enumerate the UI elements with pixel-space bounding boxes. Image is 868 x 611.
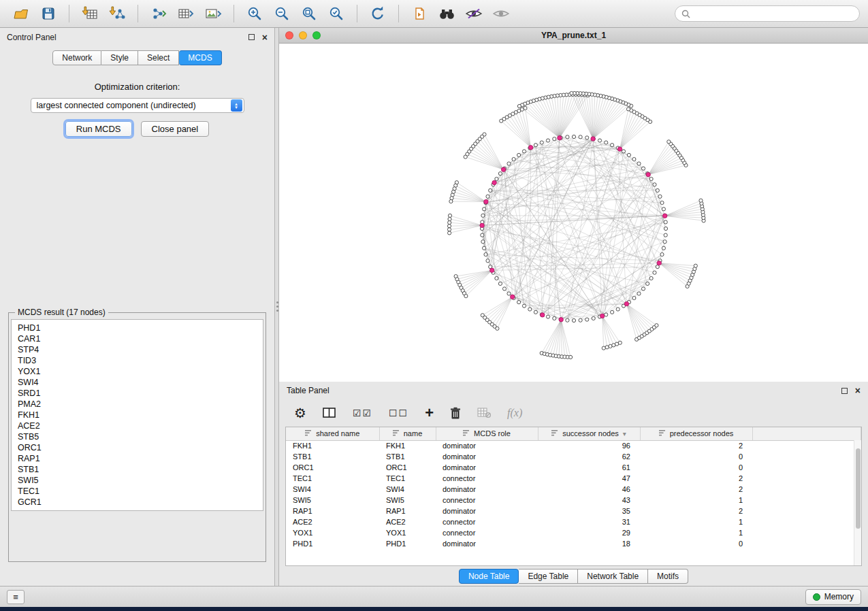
scrollbar-thumb[interactable] [856, 448, 861, 529]
hide-selected-button[interactable] [461, 3, 487, 24]
stepper-down-icon: ▾ [235, 105, 238, 109]
table-tab-network-table[interactable]: Network Table [578, 569, 648, 584]
search-network-button[interactable] [434, 3, 460, 24]
columns-icon[interactable] [323, 408, 336, 418]
node-table-header-row: shared namenameMCDS rolesuccessor nodes▾… [286, 427, 861, 440]
search-input[interactable] [694, 9, 853, 18]
export-table-icon [178, 6, 194, 21]
zoom-fit-button[interactable] [296, 3, 322, 24]
result-item[interactable]: PMA2 [18, 399, 257, 410]
column-header-successor-nodes[interactable]: successor nodes▾ [538, 427, 640, 440]
table-row[interactable]: RAP1RAP1dominator352 [286, 506, 861, 516]
tab-network[interactable]: Network [52, 50, 101, 65]
tab-select[interactable]: Select [138, 50, 179, 65]
table-row[interactable]: YOX1YOX1connector291 [286, 527, 861, 538]
control-panel-tabs: NetworkStyleSelectMCDS [0, 50, 274, 65]
optimization-dropdown[interactable]: largest connected component (undirected)… [31, 98, 244, 113]
result-item[interactable]: TEC1 [18, 486, 257, 497]
refresh-button[interactable] [365, 3, 391, 24]
table-row[interactable]: SWI5SWI5connector431 [286, 495, 861, 506]
tab-mcds[interactable]: MCDS [179, 50, 221, 65]
run-mcds-button[interactable]: Run MCDS [65, 121, 132, 137]
network-window-titlebar[interactable]: YPA_prune.txt_1 [279, 28, 868, 44]
zoom-in-button[interactable] [242, 3, 268, 24]
zoom-selected-button[interactable] [323, 3, 349, 24]
menu-button[interactable]: ≡ [7, 590, 25, 604]
close-panel-icon[interactable]: × [262, 33, 268, 42]
save-button[interactable] [35, 3, 61, 24]
maximize-window-icon[interactable] [312, 31, 321, 39]
column-header-shared-name[interactable]: shared name [286, 427, 379, 440]
table-row[interactable]: SWI4SWI4dominator462 [286, 484, 861, 495]
table-row[interactable]: FKH1FKH1dominator962 [286, 440, 861, 451]
network-window: YPA_prune.txt_1 [279, 28, 868, 382]
table-row[interactable]: TEC1TEC1connector472 [286, 473, 861, 484]
binoculars-icon [438, 7, 456, 20]
memory-button[interactable]: Memory [805, 589, 861, 605]
result-item[interactable]: PHD1 [18, 323, 257, 333]
result-item[interactable]: SRD1 [18, 388, 257, 399]
gear-icon[interactable]: ⚙ [294, 405, 306, 421]
float-table-panel-icon[interactable] [841, 388, 848, 394]
result-item[interactable]: CAR1 [18, 333, 257, 344]
status-bar: ≡ Memory [0, 586, 868, 607]
close-panel-button[interactable]: Close panel [141, 121, 210, 137]
zoom-out-button[interactable] [269, 3, 295, 24]
export-image-button[interactable] [200, 3, 226, 24]
panel-divider[interactable] [274, 28, 279, 586]
result-item[interactable]: RAP1 [18, 453, 257, 464]
result-item[interactable]: YOX1 [18, 366, 257, 377]
optimization-label: Optimization criterion: [0, 82, 274, 92]
table-tab-edge-table[interactable]: Edge Table [519, 569, 578, 584]
float-panel-icon[interactable] [248, 34, 255, 40]
table-panel-title: Table Panel [287, 386, 329, 395]
delete-table-icon [477, 408, 491, 418]
table-row[interactable]: ACE2ACE2connector311 [286, 516, 861, 527]
select-all-icon[interactable]: ☑☑ [353, 408, 372, 418]
close-table-panel-icon[interactable]: × [855, 386, 861, 395]
table-row[interactable]: PHD1PHD1dominator180 [286, 538, 861, 549]
search-box[interactable] [675, 5, 860, 22]
deselect-all-icon[interactable]: ☐☐ [389, 408, 408, 418]
open-folder-button[interactable] [8, 3, 34, 24]
filler-cell [752, 440, 861, 451]
mcds-result-list[interactable]: PHD1CAR1STP4TID3YOX1SWI4SRD1PMA2FKH1ACE2… [11, 319, 263, 511]
import-network-button[interactable] [104, 3, 130, 24]
result-item[interactable]: STB5 [18, 431, 257, 442]
clone-network-button[interactable] [406, 3, 432, 24]
filler-cell [752, 516, 861, 527]
result-item[interactable]: STP4 [18, 344, 257, 355]
successor-nodes-cell: 61 [538, 462, 640, 473]
column-header-predecessor-nodes[interactable]: predecessor nodes [640, 427, 752, 440]
result-item[interactable]: SWI4 [18, 377, 257, 388]
table-row[interactable]: STB1STB1dominator620 [286, 451, 861, 462]
network-canvas[interactable] [279, 44, 868, 382]
result-item[interactable]: STB1 [18, 464, 257, 475]
minimize-window-icon[interactable] [299, 31, 307, 39]
table-scrollbar[interactable] [854, 440, 861, 565]
export-network-button[interactable] [146, 3, 172, 24]
table-tab-motifs[interactable]: Motifs [648, 569, 688, 584]
export-table-button[interactable] [173, 3, 199, 24]
tab-style[interactable]: Style [101, 50, 138, 65]
filler-cell [752, 473, 861, 484]
result-item[interactable]: ACE2 [18, 420, 257, 431]
column-header-name[interactable]: name [379, 427, 436, 440]
column-header-MCDS-role[interactable]: MCDS role [436, 427, 538, 440]
result-item[interactable]: GCR1 [18, 497, 257, 508]
add-column-icon[interactable]: + [425, 404, 434, 422]
result-item[interactable]: ORC1 [18, 442, 257, 453]
table-tab-node-table[interactable]: Node Table [459, 569, 519, 584]
close-window-icon[interactable] [285, 31, 293, 39]
show-all-button[interactable] [488, 3, 514, 24]
predecessor-nodes-cell: 0 [640, 538, 752, 549]
result-item[interactable]: SWI5 [18, 475, 257, 486]
trash-icon[interactable] [450, 407, 461, 420]
import-table-button[interactable] [77, 3, 103, 24]
result-item[interactable]: FKH1 [18, 410, 257, 420]
result-item[interactable]: TID3 [18, 355, 257, 366]
network-graph[interactable] [279, 44, 867, 382]
table-row[interactable]: ORC1ORC1dominator610 [286, 462, 861, 473]
control-panel-title: Control Panel [7, 33, 57, 42]
main-area: Control Panel × NetworkStyleSelectMCDS O… [0, 28, 868, 586]
